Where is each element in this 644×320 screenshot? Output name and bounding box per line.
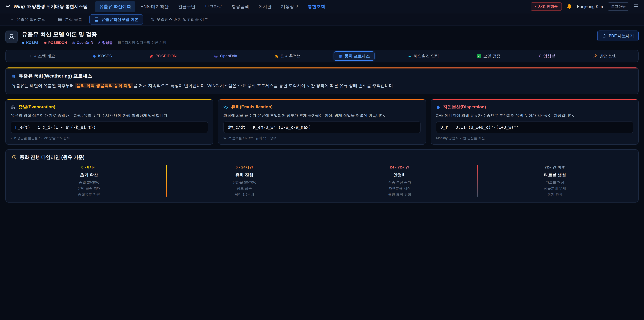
- cloud-icon: ☁: [407, 54, 412, 58]
- clock-icon: [12, 155, 17, 160]
- dispersion-note: Mackay 경험식 기반 분산율 계산: [436, 136, 633, 140]
- subtab-oil-fence-theory[interactable]: ◎ 오일펜스 배치 알고리즘 이론: [146, 15, 213, 25]
- page-header-badges: ◆ KOSPS ◉ POSEIDON ◎ OpenDrift ⚡ 앙상블 라그랑…: [22, 40, 166, 45]
- tab-weathering-process[interactable]: ▦ 풍화 프로세스: [334, 51, 374, 61]
- wave-icon: [224, 105, 228, 110]
- stage-detail: 체적 1.5-4배: [167, 192, 322, 197]
- rocket-icon: [593, 54, 597, 58]
- nav-item-reports[interactable]: 보고자료: [200, 1, 226, 12]
- tab-system-overview[interactable]: 시스템 개요: [22, 51, 60, 61]
- stage-detail: 타르볼 형성: [478, 180, 632, 185]
- nav-item-integrated-search[interactable]: 통합조회: [304, 1, 330, 12]
- subtab-model-theory[interactable]: 유출유확산모델 이론: [90, 15, 143, 25]
- emulsification-formula: dW_c/dt = K_em·U_w²·(1-W_c/W_max): [224, 122, 420, 133]
- top-navigation: Wing 해양환경 위기대응 통합시스템 유출유 확산예측 HNS·대기확산 긴…: [0, 0, 644, 14]
- stage-time: 24 - 72시간: [322, 165, 477, 170]
- circle-dot-icon: ◉: [44, 41, 46, 45]
- tab-opendrift[interactable]: ◎ OpenDrift: [210, 52, 242, 60]
- stage-detail: 유화율 50-70%: [167, 180, 322, 185]
- stage-detail: 중질유분 잔류: [12, 192, 166, 197]
- stage-detail: 수중 분산 증가: [322, 180, 477, 185]
- tab-ocean-env-input[interactable]: ☁ 해양환경 입력: [403, 51, 444, 61]
- target-icon: ◎: [72, 41, 75, 45]
- lightning-icon: ⚡: [538, 54, 541, 58]
- book-icon: [94, 17, 99, 22]
- tab-poseidon[interactable]: ◉ POSEIDON: [145, 52, 182, 60]
- nav-item-board[interactable]: 게시판: [254, 1, 276, 12]
- weathering-intro-section: ▦ 유출유 풍화(Weathering) 프로세스 유출유는 해면에 유출된 직…: [5, 67, 639, 94]
- nav-item-aerial-search[interactable]: 항공탐색: [227, 1, 254, 12]
- poseidon-badge: ◉ POSEIDON: [44, 41, 67, 45]
- dispersion-description: 파랑 에너지에 의해 유류가 수중으로 분산되어 유막 두께가 감소하는 과정입…: [436, 113, 633, 119]
- timeline-stage-emulsification: 6 - 24시간 유화 진행 유화율 50-70% 점도 급증 체적 1.5-4…: [167, 165, 322, 197]
- emulsification-card-title: 유화(Emulsification): [224, 104, 420, 110]
- grid-icon: ▦: [12, 74, 16, 78]
- page-header-titles: 유출유 확산 모델 이론 및 검증 ◆ KOSPS ◉ POSEIDON ◎ O…: [22, 31, 166, 45]
- incident-status-badge[interactable]: ● 사고 진행중: [531, 2, 562, 11]
- grid-icon: ▦: [338, 54, 342, 58]
- subtab-label: 오일펜스 배치 알고리즘 이론: [156, 17, 208, 22]
- ensemble-badge: ⚡ 앙상블: [98, 40, 113, 45]
- weathering-section-title: ▦ 유출유 풍화(Weathering) 프로세스: [12, 73, 632, 79]
- pdf-export-button[interactable]: PDF 내보내기: [597, 31, 639, 41]
- incident-status-label: 사고 진행중: [538, 4, 558, 9]
- stage-time: 6 - 24시간: [167, 165, 322, 170]
- subtab-spill-analysis[interactable]: 유출유 확산분석: [5, 15, 50, 25]
- lightning-icon: ⚡: [98, 41, 100, 45]
- stage-name: 유화 진행: [167, 172, 322, 178]
- nav-item-emergency-rescue[interactable]: 긴급구난: [174, 1, 200, 12]
- oil-fence-icon: ◎: [150, 18, 154, 22]
- main-nav: 유출유 확산예측 HNS·대기확산 긴급구난 보고자료 항공탐색 게시판 기상정…: [95, 1, 330, 12]
- timeline-stage-tarball: 72시간 이후 타르볼 생성 타르볼 형성 생물분해 우세 장기 잔류: [478, 165, 632, 197]
- stage-detail: 증발 20-30%: [12, 180, 166, 185]
- nav-item-oil-spill-forecast[interactable]: 유출유 확산예측: [95, 1, 135, 12]
- tab-particle-tracking[interactable]: ◉ 입자추적법: [270, 51, 306, 61]
- evaporation-note: x_i: 성분별 몰분율 / k_ei: 증발 속도상수: [11, 136, 208, 140]
- notification-bell-icon[interactable]: [566, 4, 572, 10]
- stage-detail: 점도 급증: [167, 186, 322, 191]
- evaporation-formula: F_e(t) = Σ x_i·(1 - e^(-k_ei·t)): [11, 122, 208, 133]
- tab-roadmap[interactable]: 발전 방향: [588, 51, 622, 61]
- user-name: Eunjeong Kim: [577, 4, 603, 9]
- stage-detail: 자연분해 시작: [322, 186, 477, 191]
- page-title: 유출유 확산 모델 이론 및 검증: [22, 31, 166, 38]
- stage-detail: 해안 표착 위험: [322, 192, 477, 197]
- timeline-stage-stabilization: 24 - 72시간 안정화 수중 분산 증가 자연분해 시작 해안 표착 위험: [322, 165, 477, 197]
- check-icon: ✓: [477, 54, 481, 58]
- tab-ensemble[interactable]: ⚡ 앙상블: [533, 51, 560, 61]
- logout-button[interactable]: 로그아웃: [608, 2, 629, 11]
- subtab-label: 유출유 확산분석: [16, 17, 46, 22]
- target-icon: ◎: [214, 54, 218, 58]
- droplet-icon: [436, 105, 440, 110]
- nav-item-hns-air-dispersion[interactable]: HNS·대기확산: [136, 1, 173, 12]
- stage-detail: 생물분해 우세: [478, 186, 632, 191]
- nav-item-weather-info[interactable]: 기상정보: [276, 1, 303, 12]
- page-header: 유출유 확산 모델 이론 및 검증 ◆ KOSPS ◉ POSEIDON ◎ O…: [5, 31, 639, 45]
- evaporation-card: 증발(Evaporation) 유류의 경질 성분이 대기로 증발하는 과정. …: [5, 99, 213, 145]
- diamond-icon: ◆: [93, 54, 96, 58]
- process-cards: 증발(Evaporation) 유류의 경질 성분이 대기로 증발하는 과정. …: [5, 99, 639, 145]
- particle-icon: ◉: [275, 54, 278, 58]
- tab-kosps[interactable]: ◆ KOSPS: [88, 52, 117, 60]
- subtab-analysis-list[interactable]: 분석 목록: [53, 15, 87, 25]
- diamond-icon: ◆: [22, 41, 24, 45]
- stage-detail: 장기 잔류: [478, 192, 632, 197]
- hamburger-menu-icon[interactable]: ☰: [634, 4, 639, 9]
- dispersion-formula: D_r = 0.11·(U_w+U_c)²·(1+U_w)⁻¹: [436, 122, 633, 133]
- weathering-intro-text: 유출유는 해면에 유출된 직후부터 물리-화학-생물학적 풍화 과정을 거쳐 지…: [12, 82, 632, 89]
- brand-logo[interactable]: Wing 해양환경 위기대응 통합시스템: [5, 4, 88, 10]
- stage-time: 72시간 이후: [478, 165, 632, 170]
- list-icon: [58, 17, 62, 22]
- evaporation-description: 유류의 경질 성분이 대기로 증발하는 과정. 유출 초기 수시간 내에 가장 …: [11, 113, 208, 119]
- timeline-title: 풍화 진행 타임라인 (원유 기준): [12, 154, 632, 160]
- stage-time: 0 - 6시간: [12, 165, 166, 170]
- app-title: 해양환경 위기대응 통합시스템: [27, 4, 88, 10]
- dispersion-card-title: 자연분산(Dispersion): [436, 104, 633, 110]
- opendrift-badge: ◎ OpenDrift: [72, 41, 93, 45]
- tab-model-validation[interactable]: ✓ 모델 검증: [472, 51, 505, 61]
- wing-logo-icon: [5, 4, 11, 10]
- timeline-stage-initial-spread: 0 - 6시간 초기 확산 증발 20-30% 유막 급속 확대 중질유분 잔류: [12, 165, 166, 197]
- section-tab-strip: 시스템 개요 ◆ KOSPS ◉ POSEIDON ◎ OpenDrift ◉ …: [5, 50, 639, 62]
- highlighted-phrase: 물리-화학-생물학적 풍화 과정: [75, 83, 133, 88]
- sub-tab-bar: 유출유 확산분석 분석 목록 유출유확산모델 이론 ◎ 오일펜스 배치 알고리즘…: [0, 14, 644, 26]
